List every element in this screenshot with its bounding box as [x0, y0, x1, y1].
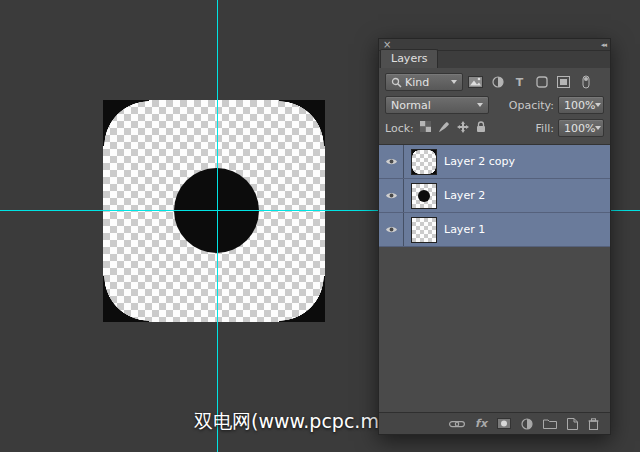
eye-icon [385, 157, 398, 166]
fill-value: 100% [564, 122, 595, 135]
filter-type-layers-icon[interactable]: T [510, 73, 529, 91]
opacity-dropdown[interactable]: 100% [558, 96, 604, 114]
fill-label: Fill: [536, 122, 554, 135]
adjustment-layer-icon[interactable] [521, 418, 533, 430]
chevron-down-icon [451, 80, 457, 84]
layers-panel: × ◂◂ Layers Kind T [378, 38, 611, 435]
opacity-label: Opacity: [509, 99, 554, 112]
lock-all-icon[interactable] [476, 121, 486, 136]
panel-footer: fx [379, 412, 610, 434]
panel-collapse-button[interactable]: ◂◂ [601, 41, 606, 49]
visibility-toggle[interactable] [379, 145, 404, 178]
chevron-down-icon [595, 103, 601, 107]
layer-row-layer-1[interactable]: Layer 1 [379, 213, 610, 247]
document-canvas[interactable] [103, 100, 325, 322]
kind-filter-dropdown[interactable]: Kind [385, 73, 463, 91]
lock-position-icon[interactable] [457, 121, 469, 136]
fill-dropdown[interactable]: 100% [558, 119, 604, 137]
blend-row: Normal Opacity: 100% [385, 96, 604, 114]
filter-pixel-layers-icon[interactable] [466, 73, 485, 91]
layer-thumbnail-corners[interactable] [411, 149, 437, 175]
filter-shape-layers-icon[interactable] [532, 73, 551, 91]
filter-smart-objects-icon[interactable] [554, 73, 573, 91]
chevron-down-icon [595, 126, 601, 130]
new-layer-icon[interactable] [567, 418, 578, 430]
filter-toggle-icon[interactable] [576, 73, 595, 91]
artwork-corner-top-left [103, 100, 149, 146]
delete-layer-icon[interactable] [588, 418, 599, 430]
layer-name: Layer 2 copy [444, 155, 515, 168]
blend-mode-dropdown[interactable]: Normal [385, 96, 489, 114]
artwork-corner-top-right [279, 100, 325, 146]
panel-controls: Kind T Normal [379, 68, 610, 144]
new-group-icon[interactable] [543, 418, 557, 429]
watermark-text: 双电网(www.pcpc.me) [194, 409, 398, 435]
layer-name: Layer 2 [444, 189, 485, 202]
eye-icon [385, 191, 398, 200]
lock-label: Lock: [385, 122, 414, 135]
search-icon [391, 77, 402, 88]
opacity-value: 100% [564, 99, 595, 112]
lock-pixels-icon[interactable] [438, 121, 450, 136]
visibility-toggle[interactable] [379, 213, 404, 246]
link-layers-icon[interactable] [449, 420, 465, 428]
layer-style-button[interactable]: fx [475, 417, 487, 430]
layer-row-layer-2-copy[interactable]: Layer 2 copy [379, 145, 610, 179]
lock-icons-group [420, 121, 486, 136]
artwork-corner-bottom-left [103, 276, 149, 322]
kind-filter-label: Kind [405, 76, 429, 89]
lock-transparency-icon[interactable] [420, 121, 431, 135]
layers-empty-area [379, 247, 610, 412]
tab-layers[interactable]: Layers [380, 49, 438, 68]
panel-tab-strip: Layers [379, 51, 610, 68]
filter-row: Kind T [385, 73, 604, 91]
layer-thumbnail-circle[interactable] [411, 183, 437, 209]
layer-thumbnail-empty[interactable] [411, 217, 437, 243]
lock-row: Lock: Fill: 100% [385, 119, 604, 137]
layer-name: Layer 1 [444, 223, 485, 236]
chevron-down-icon [477, 103, 483, 107]
visibility-toggle[interactable] [379, 179, 404, 212]
eye-icon [385, 225, 398, 234]
filter-adjustment-layers-icon[interactable] [488, 73, 507, 91]
vertical-guide[interactable] [217, 0, 218, 452]
layer-row-layer-2[interactable]: Layer 2 [379, 179, 610, 213]
panel-close-button[interactable]: × [383, 40, 391, 50]
blend-mode-value: Normal [391, 99, 431, 112]
layers-list: Layer 2 copy Layer 2 Layer 1 [379, 144, 610, 247]
artwork-corner-bottom-right [279, 276, 325, 322]
add-layer-mask-icon[interactable] [497, 418, 511, 429]
